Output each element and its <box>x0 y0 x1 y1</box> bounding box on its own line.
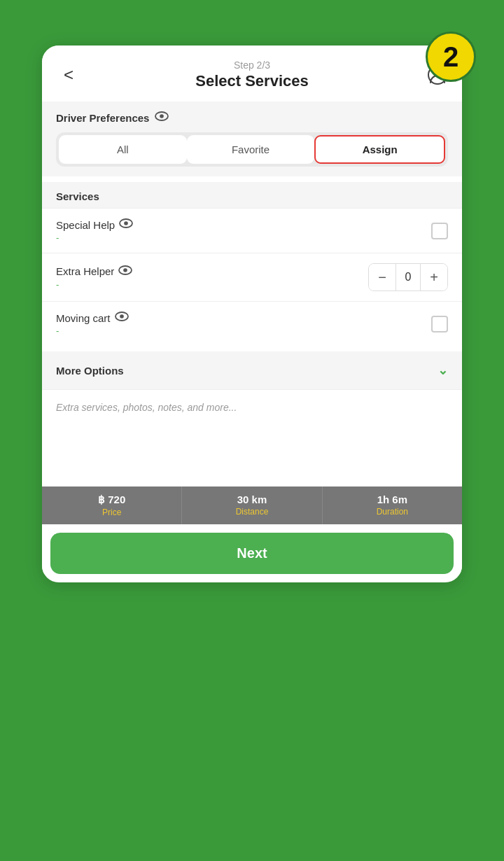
more-options-section: More Options ⌄ Extra services, photos, n… <box>42 351 462 425</box>
tab-all[interactable]: All <box>59 135 187 164</box>
next-button[interactable]: Next <box>50 533 454 574</box>
counter-increase-button[interactable]: + <box>421 264 447 290</box>
distance-label: Distance <box>182 507 321 517</box>
svg-point-9 <box>120 314 124 318</box>
screen-container: 2 < Step 2/3 Select Services <box>42 46 462 816</box>
service-left-extra-helper: Extra Helper - <box>56 265 132 290</box>
counter-value: 0 <box>396 264 421 290</box>
driver-pref-tabs: All Favorite Assign <box>56 132 448 167</box>
driver-pref-title-row: Driver Preferences <box>56 111 448 124</box>
service-name-row-extra-helper: Extra Helper <box>56 265 132 278</box>
moving-cart-price: - <box>56 326 129 336</box>
chevron-down-icon: ⌄ <box>438 363 448 378</box>
service-item-moving-cart: Moving cart - <box>42 301 462 346</box>
service-left-moving-cart: Moving cart - <box>56 312 129 336</box>
svg-point-7 <box>124 268 128 272</box>
service-left-special-help: Special Help - <box>56 218 133 243</box>
service-name-special-help: Special Help <box>56 219 115 231</box>
services-section: Services Special Help - <box>42 182 462 346</box>
extra-helper-price: - <box>56 279 132 290</box>
driver-pref-title: Driver Preferences <box>56 112 149 124</box>
moving-cart-eye-icon <box>115 312 129 324</box>
spacer <box>42 430 462 486</box>
services-title: Services <box>42 182 462 208</box>
special-help-eye-icon <box>119 218 133 231</box>
special-help-checkbox[interactable] <box>431 223 448 239</box>
stat-distance: 30 km Distance <box>182 486 322 524</box>
duration-value: 1h 6m <box>323 493 462 505</box>
back-icon: < <box>64 65 74 84</box>
header-center: Step 2/3 Select Services <box>81 59 423 90</box>
service-item-special-help: Special Help - <box>42 208 462 253</box>
service-item-extra-helper: Extra Helper - − 0 + <box>42 253 462 301</box>
price-value: ฿ 720 <box>42 493 181 506</box>
more-options-hint: Extra services, photos, notes, and more.… <box>56 402 237 413</box>
service-name-extra-helper: Extra Helper <box>56 265 114 277</box>
more-options-toggle[interactable]: More Options ⌄ <box>42 351 462 389</box>
moving-cart-checkbox[interactable] <box>431 316 448 332</box>
header: < Step 2/3 Select Services <box>42 46 462 102</box>
driver-preferences-section: Driver Preferences All Favorite Assign <box>42 102 462 176</box>
tab-assign[interactable]: Assign <box>314 135 445 164</box>
stat-duration: 1h 6m Duration <box>323 486 462 524</box>
step-label: Step 2/3 <box>81 59 423 71</box>
service-name-row-special-help: Special Help <box>56 218 133 231</box>
price-label: Price <box>42 507 181 517</box>
stats-bar: ฿ 720 Price 30 km Distance 1h 6m Duratio… <box>42 486 462 524</box>
bottom-bar: ฿ 720 Price 30 km Distance 1h 6m Duratio… <box>42 486 462 574</box>
main-card: < Step 2/3 Select Services Driver Prefer… <box>42 46 462 582</box>
page-title: Select Services <box>81 72 423 90</box>
extra-helper-eye-icon <box>118 265 132 278</box>
tab-favorite[interactable]: Favorite <box>187 135 315 164</box>
counter-decrease-button[interactable]: − <box>369 264 396 290</box>
more-options-title: More Options <box>56 365 124 377</box>
svg-point-5 <box>124 221 128 225</box>
special-help-price: - <box>56 232 133 243</box>
stat-price: ฿ 720 Price <box>42 486 182 524</box>
more-options-body: Extra services, photos, notes, and more.… <box>42 389 462 425</box>
badge-number: 2 <box>443 41 458 73</box>
duration-label: Duration <box>323 507 462 517</box>
service-name-moving-cart: Moving cart <box>56 312 111 324</box>
svg-point-3 <box>160 114 164 118</box>
distance-value: 30 km <box>182 493 321 505</box>
service-name-row-moving-cart: Moving cart <box>56 312 129 324</box>
extra-helper-counter: − 0 + <box>368 263 448 291</box>
driver-pref-eye-icon <box>155 111 169 124</box>
step-badge: 2 <box>426 31 476 82</box>
back-button[interactable]: < <box>56 65 81 85</box>
